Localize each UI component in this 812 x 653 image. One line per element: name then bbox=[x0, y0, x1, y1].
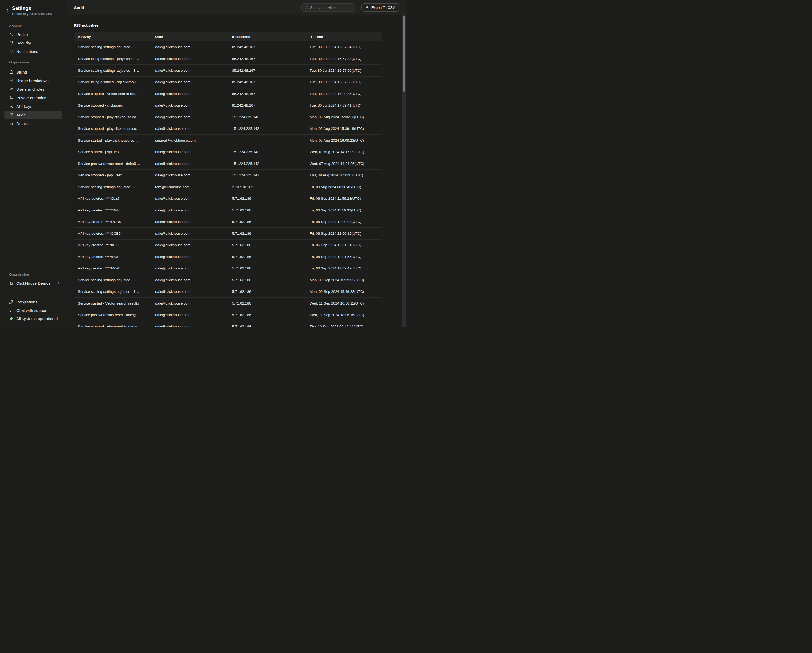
export-arrow-icon bbox=[365, 6, 369, 10]
vertical-scrollbar-track[interactable] bbox=[402, 15, 406, 326]
building-icon bbox=[9, 281, 14, 285]
sidebar-item-private-endpoints[interactable]: Private endpoints bbox=[4, 93, 63, 102]
sidebar-item-billing[interactable]: Billing bbox=[4, 68, 63, 76]
sidebar-item-notifications[interactable]: Notifications bbox=[4, 47, 63, 56]
cell-time: Wed, 11 Sep 2024 18:06:16(UTC) bbox=[306, 313, 382, 317]
table-row[interactable]: API key deleted: ****hBI3 dale@clickhous… bbox=[74, 251, 382, 262]
sidebar-item-label: Usage breakdown bbox=[16, 78, 49, 83]
sidebar-item-details[interactable]: Details bbox=[4, 119, 63, 128]
export-to-csv-button[interactable]: Export To CSV bbox=[361, 3, 399, 12]
org-switcher-clickhouse-demos[interactable]: ClickHouse Demos bbox=[4, 279, 63, 287]
column-header-activity[interactable]: Activity bbox=[74, 35, 151, 39]
table-row[interactable]: API key deleted: ****CbzJ dale@clickhous… bbox=[74, 193, 382, 204]
cell-time: Mon, 09 Sep 2024 15:39:52(UTC) bbox=[306, 278, 382, 282]
column-header-ip-address[interactable]: IP address bbox=[228, 35, 306, 39]
cell-user: dale@clickhouse.com bbox=[151, 301, 228, 305]
back-chevron-icon[interactable] bbox=[5, 8, 10, 12]
account-nav: Profile Security Notifications bbox=[0, 30, 67, 56]
system-status[interactable]: All systems operational bbox=[4, 314, 63, 323]
table-row[interactable]: Service scaling settings adjusted - 3… d… bbox=[74, 41, 382, 53]
sidebar-item-chat-with-support[interactable]: Chat with support bbox=[4, 306, 63, 314]
cell-time: Fri, 06 Sep 2024 12:02:42(UTC) bbox=[306, 266, 382, 270]
sidebar-item-users-and-roles[interactable]: Users and roles bbox=[4, 85, 63, 93]
table-row[interactable]: Service scaling settings adjusted - 2… t… bbox=[74, 181, 382, 193]
sidebar-item-api-keys[interactable]: API keys bbox=[4, 102, 63, 111]
cell-activity: API key deleted: ****hBI3 bbox=[74, 255, 151, 259]
table-body: Service scaling settings adjusted - 3… d… bbox=[74, 41, 382, 326]
cell-user: tom@clickhouse.com bbox=[151, 185, 228, 189]
user-icon bbox=[9, 32, 14, 37]
sidebar-item-label: Users and roles bbox=[16, 87, 44, 92]
cell-ip: 85.242.48.167 bbox=[228, 103, 306, 107]
sidebar-item-profile[interactable]: Profile bbox=[4, 30, 63, 38]
table-row[interactable]: API key created: ****bXWT dale@clickhous… bbox=[74, 262, 382, 274]
table-row[interactable]: API key created: ****hBI3 dale@clickhous… bbox=[74, 239, 382, 251]
table-row[interactable]: API key deleted: ****2KNc dale@clickhous… bbox=[74, 204, 382, 216]
sidebar-subtitle[interactable]: Return to your service view bbox=[12, 12, 64, 16]
sidebar-item-label: Chat with support bbox=[16, 308, 47, 313]
table-row[interactable]: Service stopped - clickpipes dale@clickh… bbox=[74, 99, 382, 111]
sidebar-header: Settings Return to your service view bbox=[0, 0, 67, 16]
cell-activity: Service scaling settings adjusted - 3… bbox=[74, 278, 151, 282]
table-row[interactable]: Service idling disabled - play.clickho… … bbox=[74, 53, 382, 65]
cell-ip: 151.224.225.142 bbox=[228, 162, 306, 166]
table-row[interactable]: Service scaling settings adjusted - 3… d… bbox=[74, 64, 382, 76]
table-row[interactable]: Service started - Vector search results … bbox=[74, 298, 382, 309]
table-row[interactable]: Service password was reset - dale@… dale… bbox=[74, 158, 382, 169]
cell-time: Tue, 30 Jul 2024 16:57:34(UTC) bbox=[306, 57, 382, 61]
sidebar-item-security[interactable]: Security bbox=[4, 38, 63, 47]
table-row[interactable]: Service stopped - observability-demo dal… bbox=[74, 320, 382, 326]
sidebar-item-label: Security bbox=[16, 41, 31, 45]
cell-time: Fri, 06 Sep 2024 12:00:04(UTC) bbox=[306, 220, 382, 224]
cell-user: dale@clickhouse.com bbox=[151, 150, 228, 154]
sidebar-item-integrations[interactable]: Integrations bbox=[4, 298, 63, 306]
cell-user: dale@clickhouse.com bbox=[151, 197, 228, 200]
sidebar-item-label: Notifications bbox=[16, 49, 38, 54]
audit-table: Activity User IP address Time Service sc… bbox=[74, 32, 382, 326]
cell-user: dale@clickhouse.com bbox=[151, 173, 228, 177]
table-row[interactable]: Service stopped - play.clickhouse.co… da… bbox=[74, 111, 382, 123]
table-row[interactable]: API key deleted: ****OCB5 dale@clickhous… bbox=[74, 227, 382, 239]
section-label-organization-bottom: Organization bbox=[0, 272, 67, 277]
cell-user: dale@clickhouse.com bbox=[151, 290, 228, 294]
cell-ip: 5.71.62.186 bbox=[228, 313, 306, 317]
cell-activity: Service stopped - pypi_test bbox=[74, 173, 151, 177]
table-row[interactable]: Service scaling settings adjusted - 1… d… bbox=[74, 286, 382, 298]
table-row[interactable]: Service started - play.clickhouse.co… su… bbox=[74, 134, 382, 146]
cell-user: dale@clickhouse.com bbox=[151, 313, 228, 317]
cell-user: dale@clickhouse.com bbox=[151, 69, 228, 73]
table-header: Activity User IP address Time bbox=[74, 32, 382, 41]
cell-ip: 85.242.48.167 bbox=[228, 80, 306, 84]
topbar: Audit Export To CSV bbox=[67, 0, 406, 15]
sidebar-item-audit[interactable]: Audit bbox=[4, 111, 63, 119]
org-name: ClickHouse Demos bbox=[16, 281, 50, 285]
table-row[interactable]: Service stopped - pypi_test dale@clickho… bbox=[74, 169, 382, 181]
table-row[interactable]: Service password was reset - dale@… dale… bbox=[74, 309, 382, 321]
bell-icon bbox=[9, 49, 14, 53]
table-row[interactable]: Service scaling settings adjusted - 3… d… bbox=[74, 274, 382, 286]
cell-time: Fri, 06 Sep 2024 11:59:32(UTC) bbox=[306, 208, 382, 212]
cell-activity: API key deleted: ****OCB5 bbox=[74, 232, 151, 235]
vertical-scrollbar-thumb[interactable] bbox=[403, 16, 406, 92]
table-row[interactable]: Service stopped - play.clickhouse.co… da… bbox=[74, 123, 382, 134]
search-input[interactable] bbox=[301, 3, 355, 12]
cell-activity: Service stopped - observability-demo bbox=[74, 325, 151, 326]
cell-user: dale@clickhouse.com bbox=[151, 127, 228, 131]
cell-ip: 151.224.225.142 bbox=[228, 127, 306, 131]
cell-ip: 5.71.62.186 bbox=[228, 266, 306, 270]
column-header-time[interactable]: Time bbox=[306, 35, 382, 39]
cell-user: dale@clickhouse.com bbox=[151, 243, 228, 247]
search-box bbox=[301, 3, 355, 12]
column-header-user[interactable]: User bbox=[151, 35, 228, 39]
cell-activity: API key created: ****bXWT bbox=[74, 266, 151, 270]
cell-activity: API key created: ****OCB5 bbox=[74, 220, 151, 224]
table-row[interactable]: Service idling disabled - sql.clickhou… … bbox=[74, 76, 382, 88]
arrows-swap-icon bbox=[9, 96, 14, 100]
table-row[interactable]: Service started - pypi_test dale@clickho… bbox=[74, 146, 382, 158]
table-row[interactable]: Service stopped - Vector search res… dal… bbox=[74, 88, 382, 99]
cell-time: Tue, 30 Jul 2024 16:57:50(UTC) bbox=[306, 69, 382, 73]
cell-user: dale@clickhouse.com bbox=[151, 232, 228, 235]
sidebar-item-usage-breakdown[interactable]: Usage breakdown bbox=[4, 76, 63, 85]
cell-ip: 151.224.225.142 bbox=[228, 115, 306, 119]
table-row[interactable]: API key created: ****OCB5 dale@clickhous… bbox=[74, 216, 382, 228]
